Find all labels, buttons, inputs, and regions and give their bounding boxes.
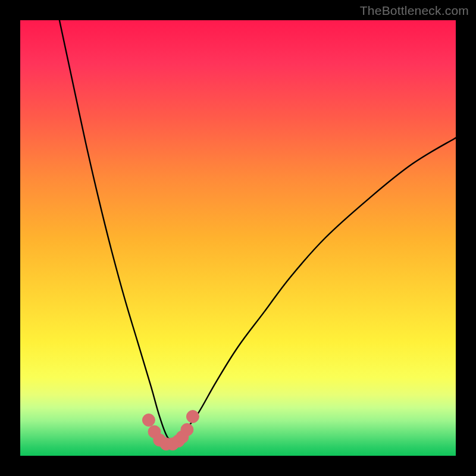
trough-markers [142,411,199,450]
chart-svg [20,20,456,456]
bottleneck-curve [60,20,456,440]
trough-marker [186,411,199,423]
trough-marker [181,424,193,436]
plot-area [20,20,456,456]
watermark-text: TheBottleneck.com [360,4,469,18]
chart-frame: TheBottleneck.com [0,0,476,476]
trough-marker [142,414,155,427]
